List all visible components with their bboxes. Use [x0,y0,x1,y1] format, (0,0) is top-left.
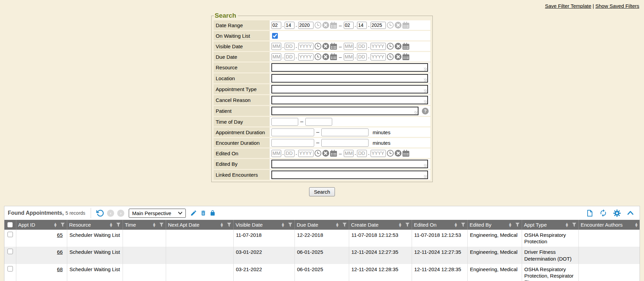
resize-grip[interactable] [424,175,427,178]
clear-icon[interactable] [395,150,401,157]
column-header-next-apt-date[interactable]: Next Apt Date▲▼ [166,220,233,230]
edited-on-from-year-input[interactable] [298,150,314,157]
appointment-type-input[interactable] [271,85,428,93]
time-icon[interactable] [315,150,321,157]
time-of-day-to-input[interactable] [305,118,332,126]
cancel-reason-input[interactable] [271,96,428,104]
due-date-to-day-input[interactable] [357,53,367,60]
filter-icon[interactable] [60,223,65,227]
perspective-select[interactable]: Main Perspective [129,209,186,218]
time-icon[interactable] [387,22,394,29]
visible-date-from-month-input[interactable] [271,43,281,50]
appointment-duration-min-input[interactable] [271,128,314,136]
row-checkbox[interactable] [7,249,13,254]
delete-perspective-icon[interactable] [200,210,207,216]
row-checkbox[interactable] [7,232,13,237]
sort-icon[interactable]: ▲▼ [110,223,112,227]
time-icon[interactable] [315,43,321,50]
resize-grip[interactable] [424,89,427,92]
select-all-checkbox[interactable] [7,222,13,227]
filter-icon[interactable] [159,223,164,227]
resize-grip[interactable] [424,68,427,71]
calendar-icon[interactable] [330,23,337,29]
due-date-from-day-input[interactable] [285,53,294,60]
date-range-to-day-input[interactable] [357,22,367,29]
due-date-from-year-input[interactable] [298,53,314,60]
next-page-icon[interactable]: › [117,210,124,217]
filter-icon[interactable] [405,223,410,227]
filter-icon[interactable] [572,223,576,227]
filter-icon[interactable] [116,223,121,227]
time-icon[interactable] [387,43,394,50]
calendar-icon[interactable] [330,44,337,50]
time-icon[interactable] [315,22,321,29]
time-of-day-from-input[interactable] [271,118,298,126]
sort-icon[interactable]: ▲▼ [455,223,457,227]
appt-id-link[interactable]: 66 [57,249,63,255]
clear-icon[interactable] [395,22,401,29]
column-header-time[interactable]: Time▲▼ [123,220,166,230]
gear-icon[interactable] [613,209,621,217]
visible-date-from-year-input[interactable] [298,43,314,50]
lock-icon[interactable] [210,210,216,216]
sort-icon[interactable]: ▲▼ [282,223,284,227]
appointment-duration-max-input[interactable] [321,128,369,136]
filter-icon[interactable] [288,223,292,227]
visible-date-to-day-input[interactable] [357,43,367,50]
visible-date-to-month-input[interactable] [344,43,354,50]
column-header-create-date[interactable]: Create Date▲▼ [349,220,412,230]
clear-icon[interactable] [322,43,329,50]
due-date-to-year-input[interactable] [371,53,386,60]
date-range-to-month-input[interactable] [344,22,354,29]
time-icon[interactable] [387,150,394,157]
undo-icon[interactable] [96,209,104,217]
refresh-icon[interactable] [599,209,607,217]
sort-icon[interactable]: ▲▼ [509,223,512,227]
column-header-appt-id[interactable]: Appt ID▲▼ [16,220,67,230]
column-header-edited-on[interactable]: Edited On▲▼ [412,220,467,230]
column-header-appt-type[interactable]: Appt Type▲▼ [522,220,578,230]
resource-input[interactable] [271,63,428,72]
appt-id-link[interactable]: 68 [57,266,63,272]
sort-icon[interactable]: ▲▼ [336,223,339,227]
visible-date-from-day-input[interactable] [285,43,294,50]
previous-page-icon[interactable]: ‹ [107,210,114,217]
date-range-from-year-input[interactable] [298,22,314,29]
date-range-to-year-input[interactable] [371,22,386,29]
sort-icon[interactable]: ▲▼ [221,223,223,227]
calendar-icon[interactable] [330,151,337,157]
resize-grip[interactable] [424,78,427,82]
date-range-from-day-input[interactable] [285,22,294,29]
location-input[interactable] [271,74,428,83]
edited-on-to-day-input[interactable] [357,150,367,157]
sort-icon[interactable]: ▲▼ [153,223,156,227]
calendar-icon[interactable] [402,44,409,50]
patient-input[interactable] [271,107,418,115]
column-header-edited-by[interactable]: Edited By▲▼ [467,220,522,230]
sort-icon[interactable]: ▲▼ [399,223,401,227]
encounter-duration-max-input[interactable] [321,139,369,147]
due-date-from-month-input[interactable] [271,53,281,60]
filter-icon[interactable] [461,223,465,227]
edited-by-input[interactable] [271,160,428,168]
sort-icon[interactable]: ▲▼ [566,223,568,227]
time-icon[interactable] [387,53,394,60]
edited-on-from-day-input[interactable] [285,150,294,157]
on-waiting-list-checkbox[interactable] [272,33,278,39]
sort-icon[interactable]: ▲▼ [635,223,638,227]
search-button[interactable]: Search [309,187,335,196]
row-checkbox[interactable] [7,266,13,271]
edited-on-to-month-input[interactable] [344,150,354,157]
show-saved-filters-link[interactable]: Show Saved Filters [595,3,639,9]
resize-grip[interactable] [424,164,427,167]
filter-icon[interactable] [342,223,347,227]
column-header-encounter-authors[interactable]: Encounter Authors▲▼ [578,220,640,230]
due-date-to-month-input[interactable] [344,53,354,60]
edited-on-from-month-input[interactable] [271,150,281,157]
resize-grip[interactable] [424,100,427,103]
date-range-from-month-input[interactable] [271,22,281,29]
edit-perspective-icon[interactable] [190,210,197,216]
filter-icon[interactable] [227,223,231,227]
clear-icon[interactable] [395,43,401,50]
sort-icon[interactable]: ▲▼ [54,223,57,227]
